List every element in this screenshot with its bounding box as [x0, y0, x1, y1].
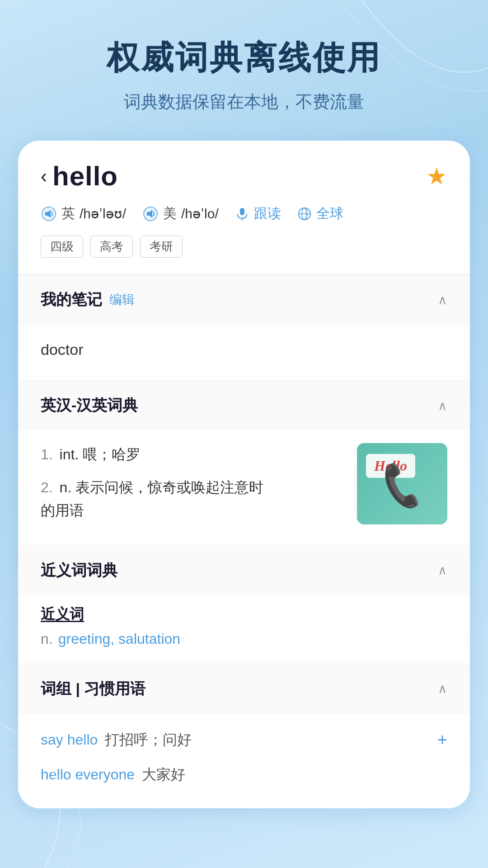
phrases-title: 词组 | 习惯用语 — [41, 679, 145, 699]
headword: hello — [52, 160, 118, 192]
synonym-heading: 近义词 — [41, 604, 447, 624]
notes-title-left: 我的笔记 编辑 — [41, 289, 135, 310]
dict-item-1: 1. int. 喂；哈罗 — [41, 443, 343, 466]
american-ipa: /həˈlo/ — [181, 206, 219, 222]
hello-image-inner: Hello 📞 — [357, 443, 447, 524]
synonym-body: 近义词 n. greeting, salutation — [18, 595, 470, 664]
phrase-item-1: say hello 打招呼；问好 + — [41, 723, 447, 758]
synonym-section: 近义词词典 ∧ 近义词 n. greeting, salutation — [18, 545, 470, 664]
dict-section-header[interactable]: 英汉-汉英词典 ∧ — [18, 381, 470, 430]
phrases-section: 词组 | 习惯用语 ∧ say hello 打招呼；问好 + hello eve… — [18, 664, 470, 808]
phrase-item-2: hello everyone 大家好 — [41, 758, 447, 792]
synonym-row: n. greeting, salutation — [41, 631, 447, 647]
british-speaker-icon[interactable] — [41, 206, 57, 222]
phrase-zh-2: 大家好 — [142, 765, 185, 785]
back-arrow[interactable]: ‹ — [41, 167, 47, 186]
notes-section: 我的笔记 编辑 ∧ doctor — [18, 274, 470, 380]
dict-item-2: 2. n. 表示问候，惊奇或唤起注意时的用语 — [41, 476, 343, 522]
mic-icon — [235, 207, 249, 221]
phrases-section-header[interactable]: 词组 | 习惯用语 ∧ — [18, 664, 470, 714]
dict-title: 英汉-汉英词典 — [41, 395, 138, 416]
notes-chevron-icon: ∧ — [438, 292, 447, 307]
phrases-chevron-icon: ∧ — [438, 681, 447, 696]
dict-num-1: 1. — [41, 446, 53, 462]
follow-read-label: 跟读 — [254, 204, 281, 223]
dict-chevron-icon: ∧ — [438, 398, 447, 413]
word-left: ‹ hello — [41, 160, 118, 192]
synonym-words[interactable]: greeting, salutation — [58, 631, 180, 647]
dict-content: 1. int. 喂；哈罗 2. n. 表示问候，惊奇或唤起注意时的用语 — [41, 443, 343, 533]
favorite-star-icon[interactable]: ★ — [426, 163, 447, 190]
sub-title: 词典数据保留在本地，不费流量 — [27, 90, 461, 113]
dict-num-2: 2. — [41, 479, 53, 495]
main-title: 权威词典离线使用 — [27, 36, 461, 80]
tag-gaokao: 高考 — [90, 236, 133, 258]
dictionary-card: ‹ hello ★ 英 /həˈləʊ/ — [18, 141, 470, 808]
global-label: 全球 — [316, 204, 343, 223]
notes-title: 我的笔记 — [41, 289, 102, 310]
american-speaker-icon[interactable] — [142, 206, 159, 222]
phrase-left-1: say hello 打招呼；问好 — [41, 730, 192, 750]
american-phonetic: 美 /həˈlo/ — [142, 204, 219, 223]
phonetics-row: 英 /həˈləʊ/ 美 /həˈlo/ — [41, 204, 447, 223]
british-label: 英 — [61, 204, 75, 223]
global-item[interactable]: 全球 — [297, 204, 343, 223]
phrases-body: say hello 打招呼；问好 + hello everyone 大家好 — [18, 714, 470, 808]
dict-body: 1. int. 喂；哈罗 2. n. 表示问候，惊奇或唤起注意时的用语 Hell… — [18, 430, 470, 545]
synonym-title: 近义词词典 — [41, 560, 117, 581]
dict-def-1: int. 喂；哈罗 — [60, 446, 141, 462]
tags-row: 四级 高考 考研 — [41, 236, 447, 258]
global-icon — [297, 207, 312, 221]
synonym-chevron-icon: ∧ — [438, 563, 447, 578]
card-header: ‹ hello ★ 英 /həˈləʊ/ — [18, 141, 470, 274]
tag-level4: 四级 — [41, 236, 83, 258]
phrase-add-icon-1[interactable]: + — [437, 730, 447, 750]
notes-body: doctor — [18, 325, 470, 380]
dict-def-2: n. 表示问候，惊奇或唤起注意时的用语 — [41, 479, 263, 519]
note-word: doctor — [41, 334, 447, 366]
follow-read-item[interactable]: 跟读 — [235, 204, 281, 223]
british-ipa: /həˈləʊ/ — [80, 206, 126, 222]
top-section: 权威词典离线使用 词典数据保留在本地，不费流量 — [0, 0, 488, 132]
dict-image: Hello 📞 — [357, 443, 447, 524]
tag-yanyan: 考研 — [140, 236, 183, 258]
phrase-en-2[interactable]: hello everyone — [41, 766, 135, 783]
notes-section-header[interactable]: 我的笔记 编辑 ∧ — [18, 275, 470, 325]
dictionary-section: 英汉-汉英词典 ∧ 1. int. 喂；哈罗 2. n. 表示问候，惊奇或唤起注… — [18, 380, 470, 545]
word-row: ‹ hello ★ — [41, 160, 447, 192]
svg-rect-4 — [240, 208, 244, 215]
phrase-left-2: hello everyone 大家好 — [41, 765, 185, 785]
british-phonetic: 英 /həˈləʊ/ — [41, 204, 126, 223]
synonym-section-header[interactable]: 近义词词典 ∧ — [18, 546, 470, 595]
american-label: 美 — [163, 204, 177, 223]
notes-edit-button[interactable]: 编辑 — [109, 291, 135, 308]
phrase-en-1[interactable]: say hello — [41, 731, 98, 748]
synonym-pos: n. — [41, 631, 53, 647]
phrase-zh-1: 打招呼；问好 — [105, 730, 192, 750]
